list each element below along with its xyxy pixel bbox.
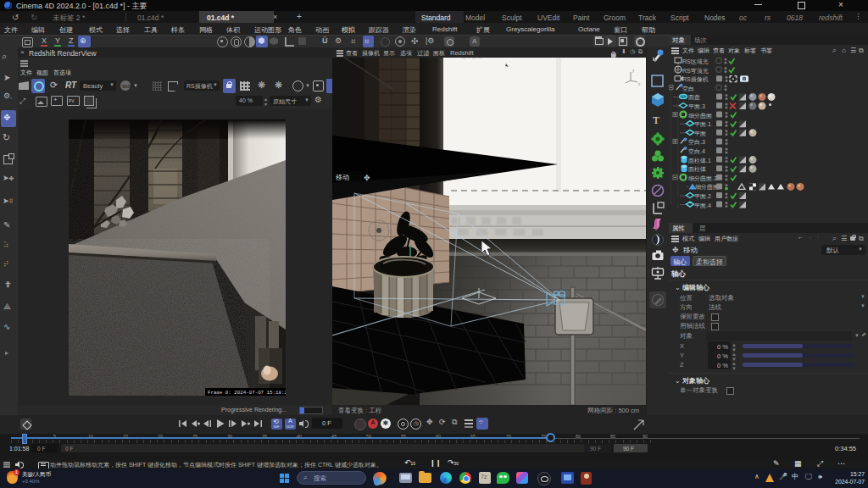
- svg-text:空白.3: 空白.3: [688, 139, 705, 146]
- svg-text:✥: ✥: [364, 174, 370, 182]
- svg-text:RS摄像机: RS摄像机: [682, 76, 709, 83]
- svg-text:移动: 移动: [336, 174, 349, 181]
- svg-text:空白.4: 空白.4: [688, 148, 705, 155]
- svg-text:RS穹顶光: RS穹顶光: [682, 68, 709, 75]
- svg-text:Frame 0: 2024-07-07 15:18:29 (: Frame 0: 2024-07-07 15:18:29 (10.97s): [208, 390, 286, 396]
- svg-text:空白: 空白: [682, 86, 694, 92]
- svg-text:圆柱体.1: 圆柱体.1: [688, 158, 711, 164]
- svg-text:圆盘: 圆盘: [688, 94, 700, 101]
- svg-text:T: T: [653, 114, 659, 126]
- svg-text:圆柱体: 圆柱体: [688, 166, 706, 173]
- svg-text:细分曲面: 细分曲面: [695, 184, 719, 191]
- svg-text:平面.3: 平面.3: [688, 103, 705, 110]
- svg-text:RS区域光: RS区域光: [682, 58, 709, 65]
- svg-text:细分曲面: 细分曲面: [688, 113, 712, 119]
- svg-text:细分曲面.3: 细分曲面.3: [688, 175, 717, 182]
- svg-text:平面.4: 平面.4: [694, 202, 711, 209]
- svg-text:平面.2: 平面.2: [694, 193, 711, 200]
- svg-text:平面: 平面: [694, 130, 706, 137]
- svg-text:平面.1: 平面.1: [694, 121, 711, 128]
